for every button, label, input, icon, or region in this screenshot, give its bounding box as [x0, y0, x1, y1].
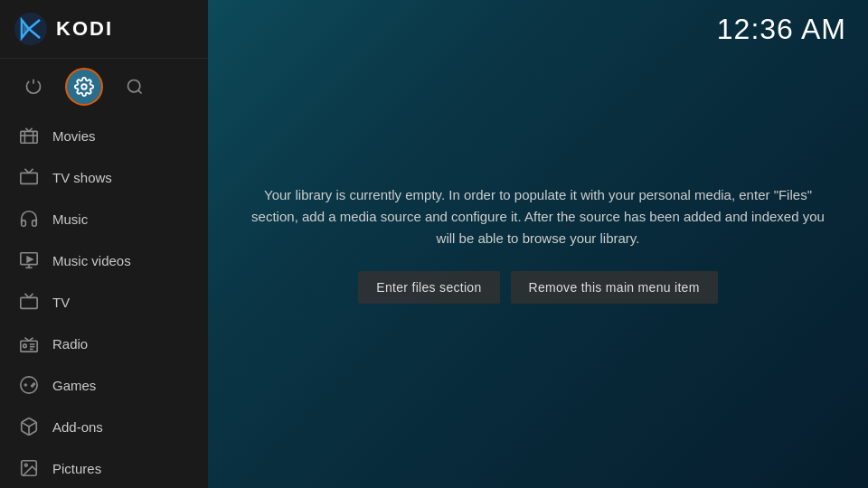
- movies-label: Movies: [52, 128, 96, 144]
- sidebar-item-tv[interactable]: TV: [0, 281, 208, 323]
- radio-label: Radio: [52, 336, 88, 352]
- sidebar-item-add-ons[interactable]: Add-ons: [0, 406, 208, 447]
- pictures-icon: [18, 457, 40, 479]
- gear-icon: [74, 77, 94, 97]
- music-label: Music: [52, 211, 88, 227]
- sidebar-item-music-videos[interactable]: Music videos: [0, 239, 208, 281]
- sidebar-item-pictures[interactable]: Pictures: [0, 447, 208, 488]
- tv-shows-label: TV shows: [52, 170, 112, 185]
- svg-rect-12: [21, 173, 37, 183]
- sidebar-item-movies[interactable]: Movies: [0, 115, 208, 156]
- games-icon: [18, 374, 40, 396]
- tv-shows-icon: [18, 166, 40, 188]
- music-videos-icon: [18, 249, 40, 271]
- settings-button[interactable]: [65, 68, 103, 106]
- nav-list: Movies TV shows Music: [0, 115, 208, 488]
- svg-point-19: [24, 344, 27, 348]
- search-icon: [126, 78, 144, 96]
- power-button[interactable]: [14, 68, 52, 106]
- music-videos-label: Music videos: [52, 253, 131, 268]
- svg-point-5: [81, 84, 87, 89]
- svg-rect-8: [21, 131, 37, 143]
- tv-icon: [18, 291, 40, 313]
- sidebar-item-radio[interactable]: Radio: [0, 323, 208, 364]
- svg-point-24: [32, 385, 33, 387]
- tv-label: TV: [52, 295, 70, 310]
- sidebar-header: KODI: [0, 0, 208, 59]
- addons-icon: [18, 416, 40, 437]
- svg-rect-17: [21, 297, 37, 308]
- sidebar-item-tv-shows[interactable]: TV shows: [0, 156, 208, 198]
- sidebar: KODI: [0, 0, 208, 488]
- svg-line-7: [138, 90, 142, 94]
- app-title: KODI: [56, 17, 113, 41]
- enter-files-button[interactable]: Enter files section: [358, 271, 499, 304]
- search-button[interactable]: [116, 68, 154, 106]
- power-icon: [24, 78, 42, 96]
- movies-icon: [18, 125, 40, 146]
- svg-point-27: [24, 464, 27, 466]
- svg-point-6: [128, 80, 140, 92]
- library-empty-box: Your library is currently empty. In orde…: [231, 166, 845, 322]
- svg-point-0: [14, 13, 47, 45]
- radio-icon: [18, 333, 40, 354]
- pictures-label: Pictures: [52, 461, 101, 476]
- sidebar-item-games[interactable]: Games: [0, 364, 208, 406]
- action-buttons: Enter files section Remove this main men…: [249, 271, 827, 304]
- clock: 12:36 AM: [717, 13, 846, 46]
- sidebar-item-music[interactable]: Music: [0, 198, 208, 239]
- svg-marker-14: [27, 257, 33, 262]
- remove-menu-item-button[interactable]: Remove this main menu item: [511, 271, 718, 304]
- kodi-logo-icon: [14, 13, 47, 45]
- library-message: Your library is currently empty. In orde…: [249, 184, 827, 249]
- add-ons-label: Add-ons: [52, 419, 103, 435]
- music-icon: [18, 208, 40, 230]
- main-content: 12:36 AM Your library is currently empty…: [208, 0, 868, 488]
- sidebar-top-icons: [0, 59, 208, 115]
- games-label: Games: [52, 378, 96, 393]
